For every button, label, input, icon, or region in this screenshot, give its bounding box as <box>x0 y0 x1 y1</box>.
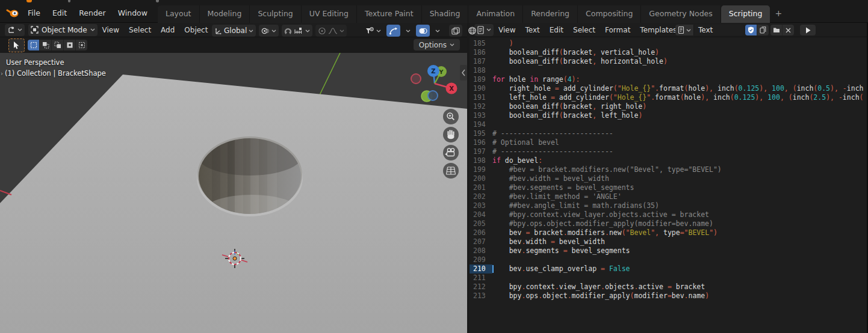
select-mode-new-button[interactable] <box>28 40 40 50</box>
zoom-button[interactable] <box>443 109 459 124</box>
viewport-menu-view[interactable]: View <box>98 24 124 36</box>
code-line-190[interactable]: 190 right_hole = add_cylinder("Hole_{}".… <box>470 84 867 93</box>
xray-toggle[interactable] <box>449 25 462 37</box>
select-mode-intersect-button[interactable] <box>76 40 87 50</box>
text-menu-edit[interactable]: Edit <box>545 24 568 36</box>
select-mode-extend-button[interactable] <box>40 40 52 50</box>
window-title-fragment <box>156 0 159 2</box>
workspace-tab-compositing[interactable]: Compositing <box>578 5 641 23</box>
menu-file[interactable]: File <box>22 6 46 20</box>
toggle-ortho-button[interactable] <box>443 163 459 179</box>
select-mode-subtract-button[interactable] <box>52 40 64 50</box>
add-workspace-button[interactable]: + <box>770 6 788 23</box>
code-line-200[interactable]: 200 #bev.width = bevel_width <box>470 174 867 183</box>
code-editor-area[interactable]: 185 )186 boolean_diff(bracket, vertical_… <box>470 37 867 333</box>
visibility-filter-dropdown[interactable] <box>363 25 383 37</box>
code-line-213[interactable]: 213 bpy.ops.object.modifier_apply(modifi… <box>470 292 867 301</box>
browse-text-button[interactable] <box>675 25 693 35</box>
workspace-tab-uv-editing[interactable]: UV Editing <box>302 5 357 23</box>
workspace-tab-sculpting[interactable]: Sculpting <box>250 5 301 23</box>
line-number: 194 <box>470 120 492 129</box>
code-line-211[interactable]: 211 <box>470 273 867 283</box>
pivot-point-selector[interactable] <box>259 25 279 37</box>
viewport-menu-add[interactable]: Add <box>156 24 179 36</box>
proportional-falloff-icon <box>328 27 338 35</box>
viewport-scene[interactable]: Y Z X <box>0 53 467 333</box>
run-script-button[interactable] <box>800 25 816 35</box>
fake-user-button[interactable] <box>745 25 757 35</box>
workspace-tab-animation[interactable]: Animation <box>468 5 523 23</box>
proportional-editing[interactable] <box>315 25 347 37</box>
show-overlays-dropdown[interactable] <box>433 25 442 37</box>
show-gizmo-toggle[interactable] <box>386 25 400 37</box>
code-line-189[interactable]: 189for hole in range(4): <box>470 75 867 84</box>
workspace-tab-rendering[interactable]: Rendering <box>523 5 578 23</box>
mode-selector[interactable]: Object Mode <box>28 24 98 36</box>
code-line-207[interactable]: 207 bev.width = bevel_width <box>470 237 867 246</box>
blender-logo-icon[interactable] <box>6 8 19 18</box>
workspace-tab-shading[interactable]: Shading <box>422 5 469 23</box>
axis-x-label: X <box>449 85 454 92</box>
code-line-202[interactable]: 202 #bev.limit_method = 'ANGLE' <box>470 192 867 201</box>
code-line-204[interactable]: 204 #bpy.context.view_layer.objects.acti… <box>470 210 867 219</box>
workspace-tab-layout[interactable]: Layout <box>158 5 200 23</box>
viewport-menu-object[interactable]: Object <box>179 24 212 36</box>
workspace-tab-geometry-nodes[interactable]: Geometry Nodes <box>641 5 721 23</box>
text-menu-format[interactable]: Format <box>600 24 635 36</box>
code-line-203[interactable]: 203 ##bev.angle_limit = math.radians(35) <box>470 201 867 210</box>
show-overlays-toggle[interactable] <box>416 25 430 37</box>
unlink-text-button[interactable] <box>783 25 794 35</box>
code-line-206[interactable]: 206 bev = bracket.modifiers.new("Bevel",… <box>470 228 867 237</box>
viewport-3d: Object Mode ViewSelectAddObject Global <box>0 23 467 333</box>
pan-button[interactable] <box>443 127 459 142</box>
text-menu-templates[interactable]: Templates <box>635 24 681 36</box>
workspace-tab-modeling[interactable]: Modeling <box>200 5 250 23</box>
code-line-188[interactable]: 188 <box>470 66 867 75</box>
code-line-209[interactable]: 209 <box>470 255 867 264</box>
text-menu-text[interactable]: Text <box>520 24 544 36</box>
workspace-tab-scripting[interactable]: Scripting <box>721 5 770 23</box>
code-line-193[interactable]: 193 boolean_diff(bracket, left_hole) <box>470 111 867 120</box>
code-line-192[interactable]: 192 boolean_diff(bracket, right_hole) <box>470 102 867 111</box>
code-line-197[interactable]: 197# --------------------------- <box>470 147 867 156</box>
code-line-196[interactable]: 196# Optional bevel <box>470 138 867 147</box>
breadcrumb-expand-icon[interactable]: › <box>1 70 3 77</box>
code-line-205[interactable]: 205 #bpy.ops.object.modifier_apply(modif… <box>470 219 867 228</box>
menu-render[interactable]: Render <box>73 6 112 20</box>
code-text: bpy.context.view_layer.objects.active = … <box>492 283 867 292</box>
code-line-208[interactable]: 208 bev.segments = bevel_segments <box>470 246 867 255</box>
snap-settings[interactable] <box>282 25 312 37</box>
menu-edit[interactable]: Edit <box>46 6 73 20</box>
text-editor-menus: ViewTextEditSelectFormatTemplates <box>494 24 681 36</box>
code-line-194[interactable]: 194 <box>470 120 867 129</box>
code-line-212[interactable]: 212 bpy.context.view_layer.objects.activ… <box>470 283 867 292</box>
sidebar-collapse-tab[interactable] <box>460 65 467 81</box>
code-line-187[interactable]: 187 boolean_diff(bracket, horizontal_hol… <box>470 57 867 66</box>
tweak-tool-button[interactable] <box>8 38 25 52</box>
options-button[interactable]: Options <box>414 39 460 50</box>
show-gizmo-dropdown[interactable] <box>403 25 413 37</box>
code-line-210[interactable]: 210 bev.use_clamp_overlap = False <box>470 264 867 273</box>
workspace-tab-texture-paint[interactable]: Texture Paint <box>357 5 422 23</box>
code-line-195[interactable]: 195# --------------------------- <box>470 129 867 138</box>
axis-neg-x-ball[interactable] <box>411 74 421 84</box>
code-line-185[interactable]: 185 ) <box>470 39 867 48</box>
menu-window[interactable]: Window <box>112 6 153 20</box>
text-name-field[interactable]: Text <box>693 25 743 35</box>
axis-neg-z-ball[interactable] <box>428 91 438 100</box>
editor-type-selector[interactable] <box>5 24 25 36</box>
select-mode-invert-button[interactable] <box>64 40 76 50</box>
text-menu-view[interactable]: View <box>494 24 520 36</box>
transform-orientation-selector[interactable]: Global <box>212 25 256 37</box>
code-line-201[interactable]: 201 #bev.segments = bevel_segments <box>470 183 867 192</box>
text-menu-select[interactable]: Select <box>568 24 600 36</box>
code-line-198[interactable]: 198if do_bevel: <box>470 156 867 165</box>
code-line-191[interactable]: 191 left_hole = add_cylinder("Hole_{}".f… <box>470 93 867 102</box>
viewport-shading-rendered[interactable] <box>465 25 479 37</box>
camera-view-button[interactable] <box>443 145 459 160</box>
new-text-button[interactable] <box>757 25 769 35</box>
viewport-menu-select[interactable]: Select <box>124 24 156 36</box>
open-text-button[interactable] <box>770 25 783 35</box>
code-line-199[interactable]: 199 #bev = bracket.modifiers.new("Bevel"… <box>470 165 867 174</box>
code-line-186[interactable]: 186 boolean_diff(bracket, vertical_hole) <box>470 48 867 57</box>
